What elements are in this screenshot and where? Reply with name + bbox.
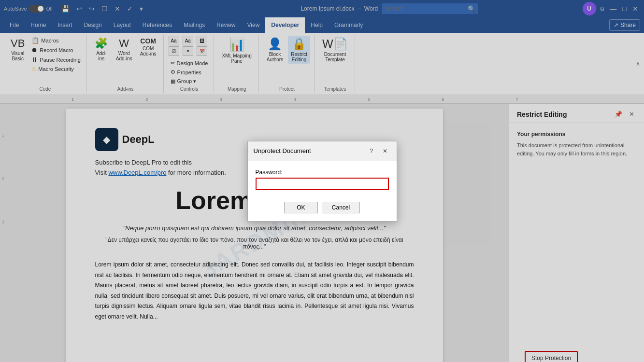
password-input[interactable]: [256, 178, 389, 190]
dialog-title: Unprotect Document: [254, 147, 311, 154]
dialog-overlay: Unprotect Document ? ✕ Password: OK Canc…: [0, 0, 644, 362]
cancel-button[interactable]: Cancel: [322, 202, 360, 213]
dialog-close-button[interactable]: ✕: [379, 145, 391, 157]
dialog-titlebar-buttons: ? ✕: [366, 145, 391, 157]
dialog-help-button[interactable]: ?: [366, 145, 377, 157]
unprotect-dialog: Unprotect Document ? ✕ Password: OK Canc…: [247, 141, 397, 222]
password-label: Password:: [256, 169, 389, 176]
dialog-titlebar: Unprotect Document ? ✕: [248, 141, 397, 161]
ok-button[interactable]: OK: [284, 202, 318, 213]
dialog-buttons: OK Cancel: [248, 198, 397, 221]
dialog-body: Password:: [248, 161, 397, 198]
